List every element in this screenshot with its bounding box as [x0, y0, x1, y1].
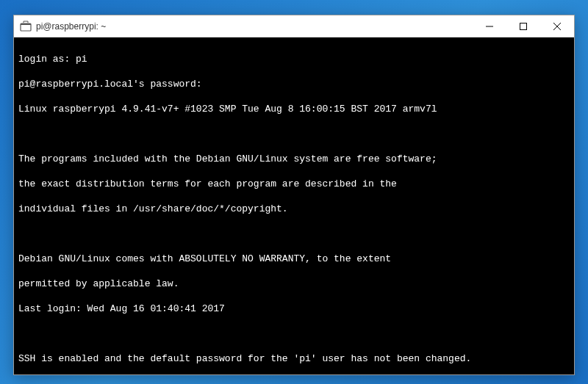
term-line: permitted by applicable law. — [18, 278, 570, 290]
svg-rect-1 — [21, 23, 31, 25]
term-line: SSH is enabled and the default password … — [18, 352, 570, 365]
minimize-button[interactable] — [473, 15, 506, 37]
app-icon — [20, 21, 32, 32]
term-line: the exact distribution terms for each pr… — [18, 178, 570, 190]
term-line: The programs included with the Debian GN… — [18, 153, 570, 165]
terminal-area[interactable]: login as: pi pi@raspberrypi.local's pass… — [14, 37, 574, 374]
term-line — [18, 327, 570, 340]
titlebar[interactable]: pi@raspberrypi: ~ — [14, 15, 574, 37]
terminal-window: pi@raspberrypi: ~ login as: pi pi@raspbe… — [13, 15, 575, 375]
term-line: Last login: Wed Aug 16 01:40:41 2017 — [18, 303, 570, 315]
maximize-button[interactable] — [506, 15, 540, 37]
window-controls — [473, 15, 574, 37]
close-button[interactable] — [540, 15, 574, 37]
term-line: Linux raspberrypi 4.9.41-v7+ #1023 SMP T… — [18, 103, 570, 115]
term-line — [18, 228, 570, 240]
term-line — [18, 128, 570, 140]
svg-rect-3 — [520, 23, 527, 30]
term-line: Debian GNU/Linux comes with ABSOLUTELY N… — [18, 253, 570, 265]
term-line: individual files in /usr/share/doc/*/cop… — [18, 203, 570, 215]
term-line: pi@raspberrypi.local's password: — [18, 78, 570, 90]
window-title: pi@raspberrypi: ~ — [36, 21, 106, 32]
term-line: login as: pi — [18, 53, 570, 65]
